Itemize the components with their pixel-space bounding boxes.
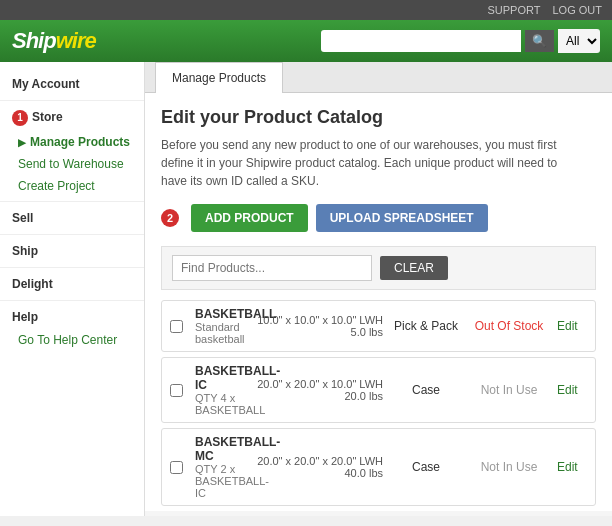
header-search-select[interactable]: All <box>558 29 600 53</box>
product-type: Case <box>391 460 461 474</box>
table-row: BASKETBALL Standard basketball 10.0" x 1… <box>161 300 596 352</box>
sidebar-delight-section: Delight <box>0 272 144 296</box>
product-checkbox[interactable] <box>170 461 183 474</box>
product-info: BASKETBALL Standard basketball <box>195 307 249 345</box>
sidebar-my-account: My Account <box>0 72 144 96</box>
sidebar-sell-section: Sell <box>0 206 144 230</box>
find-products-input[interactable] <box>172 255 372 281</box>
top-bar: SUPPORT LOG OUT <box>0 0 612 20</box>
header-search-button[interactable]: 🔍 <box>525 30 554 52</box>
table-row: BASKETBALL-MC QTY 2 x BASKETBALL-IC 20.0… <box>161 428 596 506</box>
product-dims: 10.0" x 10.0" x 10.0" LWH5.0 lbs <box>257 314 383 338</box>
sidebar-divider-5 <box>0 300 144 301</box>
sidebar-divider-1 <box>0 100 144 101</box>
product-sku: BASKETBALL <box>195 307 249 321</box>
page-content: Edit your Product Catalog Before you sen… <box>145 93 612 511</box>
product-edit-link[interactable]: Edit <box>557 460 587 474</box>
tab-bar: Manage Products <box>145 62 612 93</box>
upload-spreadsheet-button[interactable]: UPLOAD SPREADSHEET <box>316 204 488 232</box>
sidebar-arrow-icon: ▶ <box>18 137 26 148</box>
sidebar-store-section: 1Store <box>0 105 144 131</box>
sidebar-item-help-center[interactable]: Go To Help Center <box>0 329 144 351</box>
logo: Shipwire <box>12 28 96 54</box>
page-title: Edit your Product Catalog <box>161 107 596 128</box>
sidebar-item-send-to-warehouse[interactable]: Send to Warehouse <box>0 153 144 175</box>
page-description: Before you send any new product to one o… <box>161 136 561 190</box>
product-dims: 20.0" x 20.0" x 10.0" LWH20.0 lbs <box>257 378 383 402</box>
clear-button[interactable]: CLEAR <box>380 256 448 280</box>
sidebar-store-badge: 1 <box>12 110 28 126</box>
product-desc: QTY 2 x BASKETBALL-IC <box>195 463 249 499</box>
search-area: CLEAR <box>161 246 596 290</box>
product-desc: QTY 4 x BASKETBALL <box>195 392 249 416</box>
action-badge: 2 <box>161 209 179 227</box>
sidebar-divider-2 <box>0 201 144 202</box>
sidebar-ship-section: Ship <box>0 239 144 263</box>
sidebar-help-section: Help <box>0 305 144 329</box>
support-link[interactable]: SUPPORT <box>488 4 541 16</box>
tab-manage-products[interactable]: Manage Products <box>155 62 283 93</box>
logout-link[interactable]: LOG OUT <box>552 4 602 16</box>
product-sku: BASKETBALL-MC <box>195 435 249 463</box>
sidebar-item-manage-products[interactable]: ▶ Manage Products <box>0 131 144 153</box>
add-product-button[interactable]: ADD PRODUCT <box>191 204 308 232</box>
product-edit-link[interactable]: Edit <box>557 383 587 397</box>
product-checkbox[interactable] <box>170 320 183 333</box>
product-list: BASKETBALL Standard basketball 10.0" x 1… <box>161 300 596 511</box>
product-info: BASKETBALL-MC QTY 2 x BASKETBALL-IC <box>195 435 249 499</box>
sidebar: My Account 1Store ▶ Manage Products Send… <box>0 62 145 516</box>
product-sku: BASKETBALL-IC <box>195 364 249 392</box>
content-area: Manage Products Edit your Product Catalo… <box>145 62 612 516</box>
product-status[interactable]: Not In Use <box>469 460 549 474</box>
product-status[interactable]: Not In Use <box>469 383 549 397</box>
product-dims: 20.0" x 20.0" x 20.0" LWH40.0 lbs <box>257 455 383 479</box>
sidebar-item-create-project[interactable]: Create Project <box>0 175 144 197</box>
product-type: Case <box>391 383 461 397</box>
product-edit-link[interactable]: Edit <box>557 319 587 333</box>
product-status[interactable]: Out Of Stock <box>469 319 549 333</box>
header: Shipwire 🔍 All <box>0 20 612 62</box>
header-search-bar: 🔍 All <box>321 29 600 53</box>
action-bar: 2 ADD PRODUCT UPLOAD SPREADSHEET <box>161 204 596 232</box>
header-search-input[interactable] <box>321 30 521 52</box>
table-row: BASKETBALL-IC QTY 4 x BASKETBALL 20.0" x… <box>161 357 596 423</box>
product-checkbox[interactable] <box>170 384 183 397</box>
sidebar-divider-3 <box>0 234 144 235</box>
product-type: Pick & Pack <box>391 319 461 333</box>
main-layout: My Account 1Store ▶ Manage Products Send… <box>0 62 612 516</box>
product-info: BASKETBALL-IC QTY 4 x BASKETBALL <box>195 364 249 416</box>
product-desc: Standard basketball <box>195 321 249 345</box>
sidebar-divider-4 <box>0 267 144 268</box>
